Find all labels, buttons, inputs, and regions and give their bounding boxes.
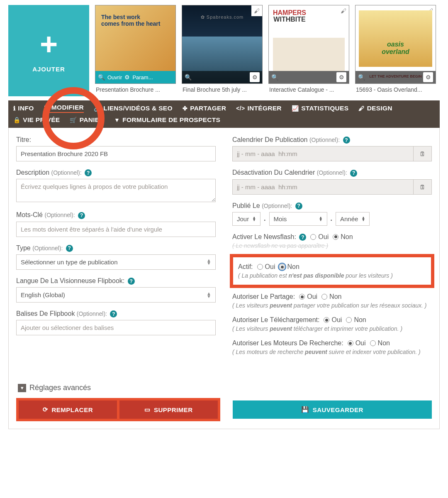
type-label: Type (Optionnel): ? [16, 244, 216, 252]
langue-select[interactable]: English (Global)▲▼ [16, 287, 216, 303]
search-icon[interactable]: 🔍 [358, 74, 365, 81]
plus-icon: + [40, 29, 58, 60]
help-icon[interactable]: ? [66, 245, 73, 252]
remplacer-button[interactable]: ⟳REMPLACER [19, 400, 117, 419]
lock-icon: 🔒 [13, 117, 20, 123]
moteurs-label: Autoriser Les Moteurs De Recherche: [232, 339, 343, 347]
reglages-avances-toggle[interactable]: ▾ Réglages avancés [18, 383, 432, 392]
gear-icon[interactable]: ⚙ [250, 72, 260, 82]
help-icon[interactable]: ? [85, 169, 92, 176]
search-icon[interactable]: 🔍 [271, 74, 278, 81]
refresh-icon: ⟳ [43, 406, 49, 413]
add-publication-tile[interactable]: + AJOUTER [8, 5, 89, 96]
chevron-updown-icon: ▲▼ [207, 292, 211, 298]
tab-design[interactable]: 🖌DESIGN [358, 104, 392, 113]
type-select[interactable]: Sélectionner un type de publication▲▼ [16, 254, 216, 270]
cart-icon: 🛒 [70, 117, 77, 123]
help-icon[interactable]: ? [78, 212, 85, 219]
titre-input[interactable] [16, 146, 216, 161]
publie-label: Publié Le (Optionnel): ? [232, 202, 432, 210]
supprimer-button[interactable]: ▭SUPPRIMER [119, 400, 218, 419]
newsflash-oui-radio[interactable]: Oui [310, 233, 329, 241]
langue-label: Langue De La Visionneuse Flipbook: ? [16, 277, 216, 285]
filter-icon: ▼ [114, 117, 120, 123]
annee-select[interactable]: Année▲▼ [336, 212, 370, 226]
chevron-down-icon: ▾ [18, 384, 26, 392]
tab-vie-privee[interactable]: 🔒VIE PRIVÉE [13, 116, 60, 124]
newsflash-hint: ( Le newsflash ne va pas apparaître ) [232, 242, 432, 249]
telechargement-hint: ( Les visiteurs peuvent télécharger et i… [232, 325, 432, 332]
actif-non-radio[interactable]: Non [279, 263, 299, 271]
partage-hint: ( Les visiteurs peuvent partager votre p… [232, 302, 432, 309]
thumb-presentation-brochure[interactable]: The best workcomes from the heart 🔍 Ouvr… [95, 5, 176, 93]
calendar-icon[interactable]: 🗓 [414, 146, 432, 161]
sauvegarder-button[interactable]: 💾SAUVEGARDER [233, 400, 432, 419]
tab-panier[interactable]: 🛒PANIER [70, 116, 104, 124]
telechargement-non-radio[interactable]: Non [346, 316, 366, 324]
thumb-caption: Interactive Catalogue - ... [268, 84, 349, 93]
chart-icon: 📈 [292, 105, 299, 112]
telechargement-oui-radio[interactable]: Oui [324, 316, 342, 324]
actif-label: Actif: [238, 263, 253, 271]
help-icon[interactable]: ? [128, 278, 135, 285]
help-icon[interactable]: ? [350, 170, 357, 177]
actif-oui-radio[interactable]: Oui [257, 263, 275, 271]
help-icon[interactable]: ? [299, 234, 306, 241]
chevron-updown-icon: ▲▼ [319, 216, 323, 221]
search-icon[interactable]: 🔍 [98, 74, 105, 81]
right-column: Calendrier De Publication (Optionnel): ?… [232, 136, 432, 363]
tab-integrer[interactable]: </>INTÉGRER [236, 104, 282, 113]
tab-statistiques[interactable]: 📈STATISTIQUES [292, 104, 348, 113]
jour-select[interactable]: Jour▲▼ [232, 212, 261, 226]
calendrier-input[interactable] [232, 146, 414, 161]
description-input[interactable] [16, 179, 216, 202]
moteurs-oui-radio[interactable]: Oui [348, 339, 366, 347]
link-icon: 🔗 [94, 105, 101, 112]
partage-oui-radio[interactable]: Oui [299, 293, 317, 300]
tabs-bar: ℹINFO ✎MODIFIER 🔗LIENS/VIDÉOS & SEO ✤PAR… [8, 100, 440, 128]
moteurs-non-radio[interactable]: Non [370, 339, 390, 347]
titre-label: Titre: [16, 136, 216, 144]
balises-label: Balises De Flipbook (Optionnel): ? [16, 310, 216, 317]
help-icon[interactable]: ? [110, 310, 117, 317]
help-icon[interactable]: ? [295, 203, 302, 210]
brush-icon: 🖌 [358, 105, 364, 112]
modifier-panel: Titre: Description (Optionnel): ? Mots-C… [8, 128, 440, 429]
tab-modifier[interactable]: ✎MODIFIER [44, 104, 84, 113]
desactivation-label: Désactivation Du Calendrier (Optionnel):… [232, 169, 432, 176]
tab-partager[interactable]: ✤PARTAGER [183, 104, 226, 113]
chevron-updown-icon: ▲▼ [361, 216, 365, 221]
desactivation-input[interactable] [232, 179, 414, 195]
motscle-input[interactable] [16, 222, 216, 237]
search-icon[interactable]: 🔍 [185, 74, 192, 81]
gear-icon[interactable]: ⚙ [423, 72, 433, 82]
balises-input[interactable] [16, 320, 216, 335]
newsflash-label: Activer Le Newsflash: ? [232, 233, 306, 241]
thumb-caption: 15693 - Oasis Overland... [355, 84, 436, 93]
gear-icon[interactable]: ⚙ [124, 74, 130, 81]
thumb-interactive-catalogue[interactable]: 🖌 HAMPERSWITHBITE 🔍 ⚙ Interactive Catalo… [268, 5, 349, 93]
calendar-icon[interactable]: 🗓 [414, 179, 432, 195]
telechargement-label: Autoriser Le Téléchargement: [232, 316, 319, 324]
partage-label: Autoriser Le Partage: [232, 293, 295, 300]
thumb-cover: 🖌 HAMPERSWITHBITE 🔍 ⚙ [268, 5, 349, 84]
thumb-cover: 🖌 oasis overland LET THE ADVENTURE BEGIN… [355, 5, 436, 84]
thumb-oasis-overland[interactable]: 🖌 oasis overland LET THE ADVENTURE BEGIN… [355, 5, 436, 93]
code-icon: </> [236, 105, 245, 112]
tab-info[interactable]: ℹINFO [13, 104, 34, 113]
actif-hint: ( La publication est n'est pas disponibl… [238, 272, 426, 279]
gear-icon[interactable]: ⚙ [336, 72, 346, 82]
partage-non-radio[interactable]: Non [321, 293, 341, 300]
help-icon[interactable]: ? [343, 137, 350, 144]
newsflash-non-radio[interactable]: Non [333, 233, 353, 241]
thumb-caption: Final Brochure 5th july ... [182, 84, 263, 93]
mois-select[interactable]: Mois▲▼ [269, 212, 327, 226]
thumb-cover: The best workcomes from the heart 🔍 Ouvr… [95, 5, 176, 84]
tab-liens-videos-seo[interactable]: 🔗LIENS/VIDÉOS & SEO [94, 104, 173, 113]
brush-icon: 🖌 [338, 5, 349, 16]
thumbnails-row: + AJOUTER The best workcomes from the he… [8, 5, 440, 96]
thumb-cover: 🖌 ✿ Spabreaks.com 🔍 ⚙ [182, 5, 263, 84]
save-icon: 💾 [301, 406, 309, 413]
tab-formulaire-prospects[interactable]: ▼FORMULAIRE DE PROSPECTS [114, 116, 220, 124]
thumb-final-brochure[interactable]: 🖌 ✿ Spabreaks.com 🔍 ⚙ Final Brochure 5th… [182, 5, 263, 93]
